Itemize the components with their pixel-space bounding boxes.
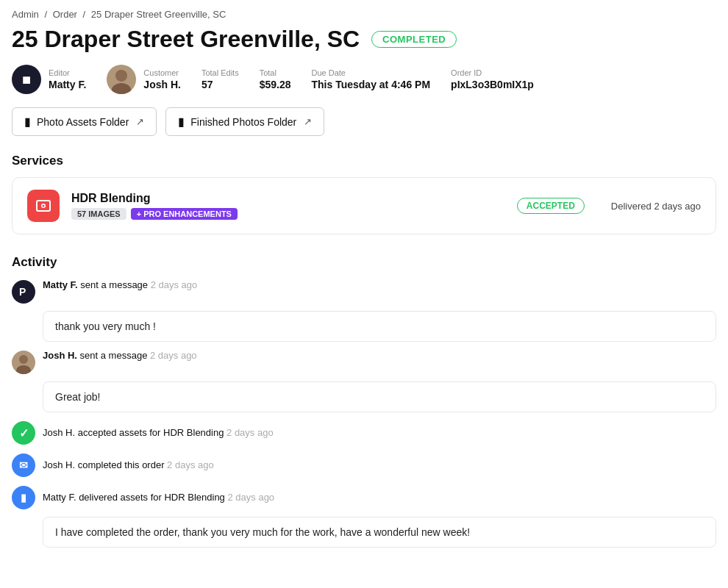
folder-icon-2: ▮ [178,115,185,129]
breadcrumb: Admin / Order / 25 Draper Street Greenvi… [12,9,716,20]
green-check-avatar: ✓ [12,421,35,445]
due-date-value: This Tuesday at 4:46 PM [312,79,431,90]
breadcrumb-current: 25 Draper Street Greenville, SC [91,9,226,20]
editor-avatar: ■ [12,65,41,94]
svg-point-9 [19,355,28,364]
services-section-title: Services [12,154,716,168]
activity-time-2b: 2 days ago [226,427,274,438]
total-value: $59.28 [260,79,291,90]
customer-label: Customer [143,68,181,77]
total-edits-block: Total Edits 57 [201,68,239,90]
service-icon-box [27,190,60,222]
p-logo-icon: P [15,284,32,300]
message-bubble-1: Great job! [43,381,716,412]
page-title: 25 Draper Street Greenville, SC [12,26,360,53]
service-tags: 57 IMAGES + PRO ENHANCEMENTS [71,208,505,220]
total-block: Total $59.28 [260,68,291,90]
meta-row: ■ Editor Matty F. Customer Josh H. Total… [12,65,716,94]
editor-info: Editor Matty F. [49,68,86,90]
activity-text-2: Josh H. accepted assets for HDR Blending… [43,427,274,438]
hdr-icon [35,197,52,215]
customer-info: Customer Josh H. [143,68,181,90]
tag-images: 57 IMAGES [71,208,126,220]
order-id-label: Order ID [451,68,534,77]
external-link-icon-2: ↗ [304,116,312,127]
total-label: Total [260,68,291,77]
activity-sender-2: Josh H. [43,427,75,438]
finished-photos-label: Finished Photos Folder [190,116,296,128]
blue-deliver-avatar: ▮ [12,486,35,509]
status-badge: COMPLETED [371,31,457,48]
finished-photos-folder-button[interactable]: ▮ Finished Photos Folder ↗ [165,107,324,136]
photo-assets-label: Photo Assets Folder [37,116,129,128]
service-name: HDR Blending [71,192,505,205]
total-edits-value: 57 [201,79,239,90]
message-bubble-0: thank you very much ! [43,311,716,342]
photo-assets-folder-button[interactable]: ▮ Photo Assets Folder ↗ [12,107,157,136]
activity-sender-1: Josh H. [43,350,77,361]
order-id-value: pIxL3o3B0mIX1p [451,79,534,90]
customer-block: Customer Josh H. [107,65,181,94]
josh-avatar-1 [12,351,35,374]
external-link-icon: ↗ [136,116,144,127]
activity-meta-1: Josh H. sent a message 2 days ago [43,349,197,361]
activity-text-3: Josh H. completed this order 2 days ago [43,459,214,470]
svg-point-1 [115,70,127,82]
message-bubble-4: I have completed the order, thank you ve… [43,517,716,548]
deliver-icon: ▮ [21,492,26,503]
matty-avatar-1: P [12,280,35,304]
activity-time-4b: 2 days ago [227,492,274,503]
blue-msg-avatar: ✉ [12,453,35,477]
activity-time-1: 2 days ago [150,350,197,361]
svg-point-5 [43,205,45,207]
service-accepted-badge: ACCEPTED [517,198,585,214]
activity-item-3: ✉ Josh H. completed this order 2 days ag… [12,452,716,477]
service-delivered-text: Delivered 2 days ago [611,201,701,212]
editor-label: Editor [49,68,86,77]
editor-name: Matty F. [49,79,86,90]
activity-action-3: completed this order [78,459,165,470]
breadcrumb-order[interactable]: Order [53,9,77,20]
activity-action-0: sent a message [80,279,148,290]
activity-item-4: ▮ Matty F. delivered assets for HDR Blen… [12,484,716,509]
activity-meta-0: Matty F. sent a message 2 days ago [43,279,197,290]
activity-time-0: 2 days ago [151,279,198,290]
total-edits-label: Total Edits [201,68,239,77]
activity-text-4: Matty F. delivered assets for HDR Blendi… [43,492,274,503]
activity-sender-3: Josh H. [43,459,75,470]
activity-action-1: sent a message [80,350,148,361]
customer-name: Josh H. [143,79,181,90]
breadcrumb-admin[interactable]: Admin [12,9,39,20]
due-date-block: Due Date This Tuesday at 4:46 PM [312,68,431,90]
activity-item-0: P Matty F. sent a message 2 days ago [12,279,716,304]
customer-avatar [107,65,136,94]
activity-sender-4: Matty F. [43,492,76,503]
activity-item-2: ✓ Josh H. accepted assets for HDR Blendi… [12,420,716,445]
service-info: HDR Blending 57 IMAGES + PRO ENHANCEMENT… [71,192,505,220]
message-icon: ✉ [19,459,28,471]
services-card: HDR Blending 57 IMAGES + PRO ENHANCEMENT… [12,177,716,234]
tag-pro: + PRO ENHANCEMENTS [131,208,238,220]
activity-item-1: Josh H. sent a message 2 days ago [12,349,716,374]
josh-avatar-icon [12,351,35,374]
svg-text:P: P [19,286,26,298]
folder-icon: ▮ [24,115,31,129]
page-title-row: 25 Draper Street Greenville, SC COMPLETE… [12,26,716,53]
activity-time-3b: 2 days ago [167,459,214,470]
editor-block: ■ Editor Matty F. [12,65,86,94]
activity-action-4: delivered assets for HDR Blending [79,492,225,503]
due-date-label: Due Date [312,68,431,77]
checkmark-icon: ✓ [19,426,29,440]
activity-sender-0: Matty F. [43,279,78,290]
folder-buttons: ▮ Photo Assets Folder ↗ ▮ Finished Photo… [12,107,716,136]
order-id-block: Order ID pIxL3o3B0mIX1p [451,68,534,90]
activity-section-title: Activity [12,255,716,270]
activity-action-2: accepted assets for HDR Blending [78,427,224,438]
